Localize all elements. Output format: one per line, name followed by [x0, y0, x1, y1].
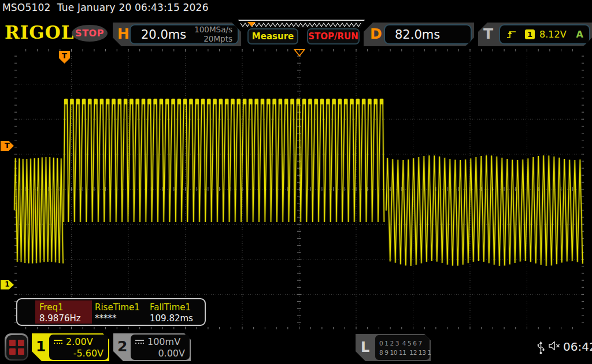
ch1-offset-marker[interactable]: 1: [1, 280, 14, 289]
delay-value: 82.0ms: [395, 28, 440, 42]
measurement-value: 109.82ms: [150, 313, 193, 324]
stop-run-button[interactable]: STOP/RUN: [307, 28, 360, 44]
sample-rate-memdepth: 100MSa/s20Mpts: [194, 25, 232, 43]
measure-button[interactable]: Measure: [247, 28, 298, 44]
menu-grid-icon: [6, 335, 27, 359]
measurement-value: 8.9876Hz: [39, 313, 81, 324]
measurement-results-panel[interactable]: Freq1 8.9876Hz RiseTime1 ***** FallTime1…: [16, 298, 206, 326]
rigol-logo: RIGOL: [5, 22, 75, 43]
main-menu-button[interactable]: [5, 333, 28, 361]
overview-trigger-position-icon: [247, 22, 256, 27]
trigger-level-value: 8.12V: [539, 29, 567, 40]
delay-center-marker-icon: [294, 49, 305, 57]
rising-edge-trigger-icon: [506, 29, 517, 39]
delay-block[interactable]: D 82.0ms: [364, 23, 474, 46]
trigger-mode: A: [576, 29, 583, 40]
horizontal-settings-block[interactable]: H 20.0ms 100MSa/s20Mpts: [113, 23, 241, 46]
trigger-source-badge: 1: [525, 29, 535, 39]
logic-label: L: [361, 339, 369, 355]
channel-1-badge[interactable]: 2.00V -5.60V 1: [32, 333, 109, 361]
logic-row-1: 0 1 2 3 4 5 6 7: [379, 340, 422, 347]
trigger-block[interactable]: T 1 8.12V A: [478, 23, 592, 46]
measurement-label: FallTime1: [150, 302, 191, 313]
usb-icon: [536, 340, 545, 355]
ch1-waveform: [14, 49, 584, 329]
trigger-value-box: 1 8.12V A: [499, 24, 590, 44]
channel-2-scale: 100mV: [147, 336, 180, 347]
logic-row-2: 8 9 10 11 12 13 14 15: [379, 349, 443, 356]
header-bar: RIGOL STOP H 20.0ms 100MSa/s20Mpts Measu…: [0, 16, 592, 49]
measurement-label: RiseTime1: [95, 302, 140, 313]
timebase-overview-strip[interactable]: [238, 20, 365, 28]
horizontal-label: H: [117, 25, 130, 42]
channel-1-scale: 2.00V: [66, 336, 93, 347]
measurement-label: Freq1: [39, 302, 64, 313]
channel-1-values: 2.00V -5.60V: [49, 335, 108, 360]
trigger-label: T: [483, 25, 493, 42]
measurement-value: *****: [95, 313, 117, 324]
memory-depth: 20Mpts: [204, 34, 232, 43]
channel-2-offset: 0.00V: [135, 348, 185, 359]
dc-coupling-icon: [54, 340, 62, 344]
sample-rate: 100MSa/s: [194, 25, 232, 34]
clock: 06:42: [563, 340, 592, 354]
delay-value-box: 82.0ms: [384, 24, 472, 44]
channel-1-offset: -5.60V: [54, 348, 103, 359]
delay-label: D: [370, 25, 382, 42]
dc-coupling-icon: [135, 340, 144, 344]
speaker-muted-icon: [548, 340, 562, 352]
channel-1-number: 1: [36, 338, 46, 355]
channel-2-badge[interactable]: 100mV 0.00V 2: [113, 333, 191, 361]
channel-2-number: 2: [117, 338, 127, 355]
title-bar: MSO5102 Tue January 20 06:43:15 2026: [0, 0, 592, 16]
run-state-badge: STOP: [72, 25, 108, 42]
timebase-value: 20.0ms: [141, 28, 186, 42]
logic-channel-list: 0 1 2 3 4 5 6 78 9 10 11 12 13 14 15: [375, 335, 430, 360]
logic-channels-badge[interactable]: L 0 1 2 3 4 5 6 78 9 10 11 12 13 14 15: [356, 334, 431, 361]
channel-2-values: 100mV 0.00V: [131, 335, 190, 360]
trigger-level-marker[interactable]: T: [1, 141, 14, 151]
horizontal-value-box: 20.0ms 100MSa/s20Mpts: [130, 24, 239, 44]
